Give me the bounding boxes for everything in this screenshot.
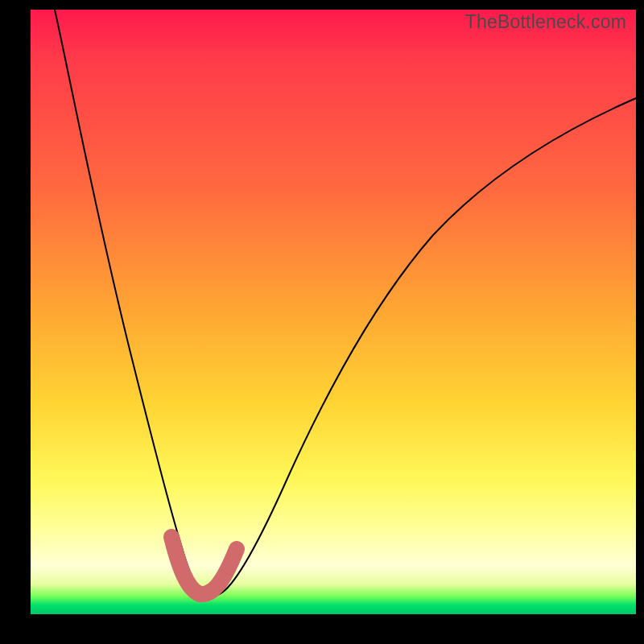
chart-stage: TheBottleneck.com xyxy=(0,0,644,644)
plot-area: TheBottleneck.com xyxy=(31,10,636,614)
trough-highlight xyxy=(171,537,237,594)
bottleneck-curve xyxy=(55,10,636,597)
curve-layer xyxy=(31,10,636,614)
